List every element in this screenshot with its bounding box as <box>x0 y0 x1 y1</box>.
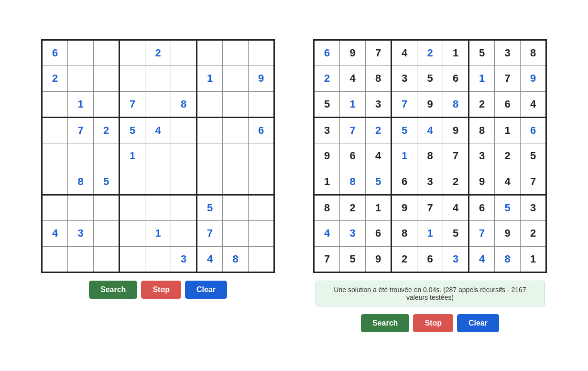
cell[interactable]: 2 <box>145 40 171 65</box>
cell[interactable] <box>249 143 274 169</box>
cell[interactable]: 3 <box>495 40 521 65</box>
cell[interactable] <box>68 246 94 272</box>
cell[interactable]: 3 <box>417 169 443 195</box>
cell[interactable]: 2 <box>340 195 366 220</box>
cell[interactable] <box>42 169 68 195</box>
cell[interactable]: 9 <box>392 195 417 220</box>
cell[interactable]: 7 <box>495 65 521 91</box>
cell[interactable]: 6 <box>366 220 392 246</box>
left-search-button[interactable]: Search <box>89 281 137 299</box>
cell[interactable]: 7 <box>443 143 469 169</box>
cell[interactable]: 4 <box>340 65 366 91</box>
cell[interactable] <box>171 143 197 169</box>
cell[interactable]: 6 <box>249 117 274 143</box>
cell[interactable]: 9 <box>314 143 340 169</box>
cell[interactable]: 6 <box>443 65 469 91</box>
cell[interactable]: 1 <box>197 65 223 91</box>
cell[interactable]: 2 <box>469 91 495 117</box>
cell[interactable]: 1 <box>495 117 521 143</box>
cell[interactable]: 3 <box>340 220 366 246</box>
cell[interactable]: 3 <box>443 246 469 272</box>
cell[interactable]: 8 <box>495 246 521 272</box>
right-stop-button[interactable]: Stop <box>413 314 453 332</box>
cell[interactable] <box>145 195 171 220</box>
cell[interactable]: 5 <box>495 195 521 220</box>
cell[interactable]: 6 <box>42 40 68 65</box>
cell[interactable]: 1 <box>145 220 171 246</box>
cell[interactable]: 8 <box>314 195 340 220</box>
cell[interactable]: 3 <box>469 143 495 169</box>
cell[interactable]: 1 <box>68 91 94 117</box>
cell[interactable] <box>197 169 223 195</box>
cell[interactable]: 5 <box>314 91 340 117</box>
cell[interactable]: 2 <box>521 220 546 246</box>
cell[interactable]: 3 <box>392 65 417 91</box>
cell[interactable]: 4 <box>469 246 495 272</box>
cell[interactable]: 5 <box>521 143 546 169</box>
cell[interactable] <box>223 40 249 65</box>
cell[interactable]: 7 <box>197 220 223 246</box>
cell[interactable]: 8 <box>340 169 366 195</box>
cell[interactable]: 1 <box>392 143 417 169</box>
cell[interactable]: 4 <box>392 40 417 65</box>
cell[interactable] <box>120 40 145 65</box>
cell[interactable]: 2 <box>417 40 443 65</box>
cell[interactable]: 7 <box>314 246 340 272</box>
cell[interactable] <box>120 220 145 246</box>
cell[interactable]: 6 <box>314 40 340 65</box>
cell[interactable] <box>145 246 171 272</box>
cell[interactable]: 2 <box>94 117 120 143</box>
cell[interactable] <box>171 117 197 143</box>
cell[interactable]: 2 <box>366 117 392 143</box>
cell[interactable]: 8 <box>469 117 495 143</box>
cell[interactable] <box>94 40 120 65</box>
cell[interactable]: 2 <box>495 143 521 169</box>
cell[interactable] <box>223 143 249 169</box>
cell[interactable]: 3 <box>314 117 340 143</box>
cell[interactable]: 9 <box>469 169 495 195</box>
cell[interactable]: 4 <box>417 117 443 143</box>
cell[interactable]: 2 <box>392 246 417 272</box>
cell[interactable] <box>94 91 120 117</box>
cell[interactable] <box>171 65 197 91</box>
cell[interactable]: 8 <box>68 169 94 195</box>
cell[interactable]: 5 <box>392 117 417 143</box>
cell[interactable]: 6 <box>521 117 546 143</box>
cell[interactable] <box>171 169 197 195</box>
cell[interactable]: 4 <box>366 143 392 169</box>
cell[interactable] <box>223 91 249 117</box>
cell[interactable]: 9 <box>521 65 546 91</box>
cell[interactable] <box>94 195 120 220</box>
cell[interactable] <box>249 246 274 272</box>
cell[interactable]: 4 <box>521 91 546 117</box>
cell[interactable]: 6 <box>495 91 521 117</box>
cell[interactable] <box>223 65 249 91</box>
cell[interactable]: 2 <box>443 169 469 195</box>
cell[interactable]: 8 <box>443 91 469 117</box>
cell[interactable]: 3 <box>521 195 546 220</box>
cell[interactable] <box>197 91 223 117</box>
cell[interactable] <box>42 143 68 169</box>
cell[interactable] <box>197 40 223 65</box>
cell[interactable]: 3 <box>68 220 94 246</box>
cell[interactable] <box>145 65 171 91</box>
cell[interactable] <box>145 91 171 117</box>
cell[interactable]: 5 <box>120 117 145 143</box>
cell[interactable] <box>249 91 274 117</box>
cell[interactable]: 5 <box>340 246 366 272</box>
cell[interactable]: 8 <box>366 65 392 91</box>
cell[interactable] <box>145 169 171 195</box>
cell[interactable] <box>94 65 120 91</box>
cell[interactable] <box>94 246 120 272</box>
cell[interactable]: 9 <box>495 220 521 246</box>
cell[interactable]: 6 <box>417 246 443 272</box>
cell[interactable]: 7 <box>469 220 495 246</box>
cell[interactable]: 1 <box>340 91 366 117</box>
cell[interactable]: 9 <box>417 91 443 117</box>
cell[interactable] <box>68 65 94 91</box>
right-clear-button[interactable]: Clear <box>457 314 499 332</box>
cell[interactable] <box>249 195 274 220</box>
cell[interactable] <box>223 169 249 195</box>
cell[interactable] <box>94 143 120 169</box>
cell[interactable] <box>223 195 249 220</box>
